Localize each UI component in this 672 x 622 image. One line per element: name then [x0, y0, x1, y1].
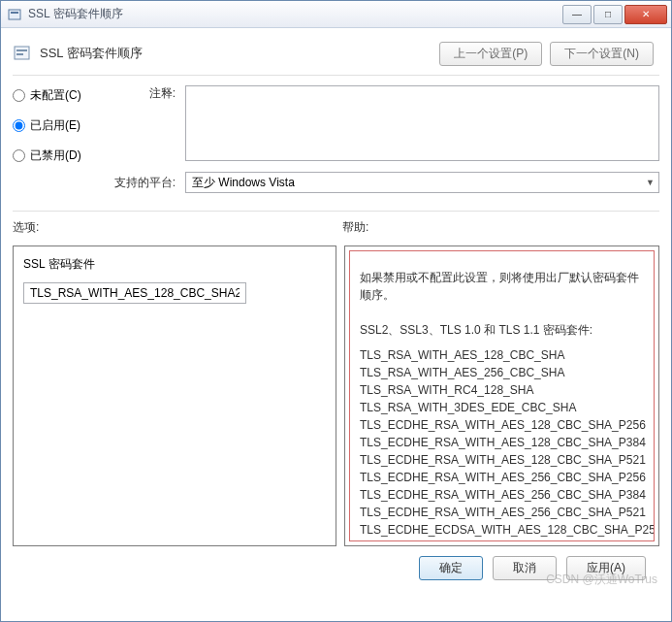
help-cipher-list: TLS_RSA_WITH_AES_128_CBC_SHATLS_RSA_WITH… [360, 346, 644, 541]
minimize-button[interactable]: — [562, 5, 592, 24]
prev-setting-button[interactable]: 上一个设置(P) [439, 42, 542, 66]
cipher-item: TLS_ECDHE_RSA_WITH_AES_256_CBC_SHA_P256 [360, 469, 644, 486]
cipher-item: TLS_ECDHE_RSA_WITH_AES_256_CBC_SHA_P384 [360, 486, 644, 504]
cipher-item: TLS_ECDHE_ECDSA_WITH_AES_128_CBC_SHA_P38… [360, 539, 644, 541]
cipher-item: TLS_RSA_WITH_RC4_128_SHA [360, 381, 644, 399]
comment-label: 注释: [110, 85, 185, 164]
divider [13, 211, 659, 212]
radio-enabled-input[interactable] [13, 119, 25, 132]
comment-input[interactable] [185, 85, 659, 161]
svg-rect-3 [16, 49, 27, 51]
help-label: 帮助: [342, 219, 368, 236]
help-pane: 如果禁用或不配置此设置，则将使用出厂默认密码套件顺序。 SSL2、SSL3、TL… [344, 246, 659, 546]
options-label: 选项: [13, 219, 342, 236]
svg-rect-1 [11, 12, 18, 14]
svg-rect-4 [16, 53, 23, 55]
cipher-item: TLS_ECDHE_ECDSA_WITH_AES_128_CBC_SHA_P25… [360, 521, 644, 539]
cipher-suite-input[interactable] [23, 282, 246, 304]
cipher-item: TLS_RSA_WITH_AES_256_CBC_SHA [360, 364, 644, 381]
window-title: SSL 密码套件顺序 [28, 6, 560, 22]
radio-not-configured-label: 未配置(C) [30, 87, 81, 104]
platform-label: 支持的平台: [110, 175, 185, 191]
app-icon [7, 7, 22, 22]
svg-rect-2 [15, 47, 29, 59]
radio-enabled-label: 已启用(E) [30, 117, 80, 134]
radio-disabled[interactable]: 已禁用(D) [13, 147, 110, 164]
apply-button[interactable]: 应用(A) [566, 556, 646, 580]
svg-rect-0 [9, 10, 20, 19]
help-intro: 如果禁用或不配置此设置，则将使用出厂默认密码套件顺序。 [360, 269, 644, 304]
titlebar: SSL 密码套件顺序 — □ ✕ [1, 1, 671, 28]
maximize-button[interactable]: □ [593, 5, 623, 24]
divider [13, 75, 659, 76]
platform-value: 至少 Windows Vista [192, 175, 295, 191]
platform-select[interactable]: 至少 Windows Vista ▼ [185, 172, 659, 193]
cipher-item: TLS_ECDHE_RSA_WITH_AES_128_CBC_SHA_P384 [360, 434, 644, 451]
cipher-item: TLS_RSA_WITH_AES_128_CBC_SHA [360, 346, 644, 364]
radio-enabled[interactable]: 已启用(E) [13, 117, 110, 134]
options-pane: SSL 密码套件 [13, 246, 336, 546]
radio-disabled-input[interactable] [13, 149, 25, 162]
cipher-item: TLS_ECDHE_RSA_WITH_AES_256_CBC_SHA_P521 [360, 504, 644, 521]
close-button[interactable]: ✕ [624, 5, 667, 24]
page-title: SSL 密码套件顺序 [40, 45, 143, 62]
radio-not-configured[interactable]: 未配置(C) [13, 87, 110, 104]
chevron-down-icon: ▼ [646, 178, 655, 187]
cipher-item: TLS_ECDHE_RSA_WITH_AES_128_CBC_SHA_P256 [360, 416, 644, 434]
cipher-suite-label: SSL 密码套件 [23, 256, 326, 273]
radio-disabled-label: 已禁用(D) [30, 147, 81, 164]
policy-icon [13, 44, 32, 63]
help-text: 如果禁用或不配置此设置，则将使用出厂默认密码套件顺序。 SSL2、SSL3、TL… [349, 250, 655, 541]
ok-button[interactable]: 确定 [419, 556, 483, 580]
cipher-item: TLS_RSA_WITH_3DES_EDE_CBC_SHA [360, 399, 644, 416]
help-section: SSL2、SSL3、TLS 1.0 和 TLS 1.1 密码套件: [360, 321, 644, 339]
cancel-button[interactable]: 取消 [493, 556, 557, 580]
radio-not-configured-input[interactable] [13, 89, 25, 102]
cipher-item: TLS_ECDHE_RSA_WITH_AES_128_CBC_SHA_P521 [360, 451, 644, 469]
next-setting-button[interactable]: 下一个设置(N) [550, 42, 654, 66]
